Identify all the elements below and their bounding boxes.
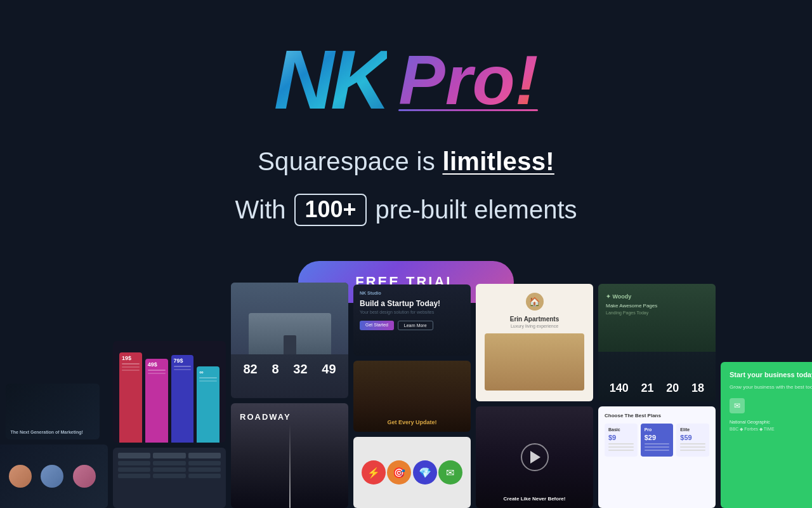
woody-num-1: 140: [610, 382, 629, 395]
logo-pro-container: Pro!: [398, 45, 538, 115]
col-4: NK Studio Build a Startup Today! Your be…: [353, 284, 471, 508]
badge-100: 100+: [294, 194, 366, 226]
avatars-card[interactable]: [0, 444, 108, 508]
icons-grid-card[interactable]: ⚡ 🎯 💎 ✉: [353, 437, 471, 508]
col-1: The Next Generation of Marketing!: [0, 384, 108, 508]
pricing-plan-card[interactable]: Choose The Best Plans Basic $9 Pro $29: [598, 406, 716, 508]
col-5: 🏠 Erin Apartments Luxury living experien…: [476, 284, 593, 508]
col-6: ✦ Woody Make Awesome Pages Landing Pages…: [598, 284, 716, 508]
roadway-card[interactable]: ROADWAY: [231, 403, 348, 508]
food-card[interactable]: Get Every Update!: [353, 361, 471, 432]
col-2: 19$ 49$ 79$ ∞: [113, 341, 226, 508]
screenshots-section: The Next Generation of Marketing! 19$ 49…: [0, 330, 812, 508]
green-cta-card[interactable]: Start your business today! Grow your bus…: [721, 362, 812, 508]
col-7: Start your business today! Grow your bus…: [721, 362, 812, 508]
building-num-2: 8: [272, 362, 278, 377]
table-card[interactable]: [113, 448, 226, 508]
woody-num-2: 21: [641, 382, 654, 395]
hero-section: NK Pro! Squarespace is limitless! With 1…: [0, 0, 812, 303]
col-3: 82 8 32 49 ROADWAY: [231, 283, 348, 508]
startup-card[interactable]: NK Studio Build a Startup Today! Your be…: [353, 284, 471, 356]
pricing-cols-card[interactable]: 19$ 49$ 79$ ∞: [113, 341, 226, 443]
subtitle-with: With: [235, 196, 285, 224]
tagline: Squarespace is limitless!: [258, 147, 554, 176]
woody-num-4: 18: [691, 382, 704, 395]
logo-nk: NK: [274, 38, 388, 122]
apartment-card[interactable]: 🏠 Erin Apartments Luxury living experien…: [476, 284, 593, 401]
marketing-card[interactable]: The Next Generation of Marketing!: [6, 384, 100, 439]
woody-num-3: 20: [666, 382, 679, 395]
logo-container: NK Pro!: [274, 38, 539, 122]
building-num-1: 82: [243, 362, 257, 377]
building-num-4: 49: [322, 362, 336, 377]
building-card[interactable]: 82 8 32 49: [231, 283, 348, 398]
woody-card[interactable]: ✦ Woody Make Awesome Pages Landing Pages…: [598, 284, 716, 401]
tagline-bold: limitless!: [442, 147, 554, 175]
logo-underline: [398, 109, 538, 111]
video-card[interactable]: Create Like Never Before!: [476, 406, 593, 508]
subtitle: With 100+ pre-built elements: [235, 194, 577, 226]
tagline-start: Squarespace is: [258, 147, 442, 175]
logo-pro: Pro!: [398, 45, 538, 115]
building-num-3: 32: [293, 362, 307, 377]
subtitle-rest: pre-built elements: [376, 196, 577, 224]
